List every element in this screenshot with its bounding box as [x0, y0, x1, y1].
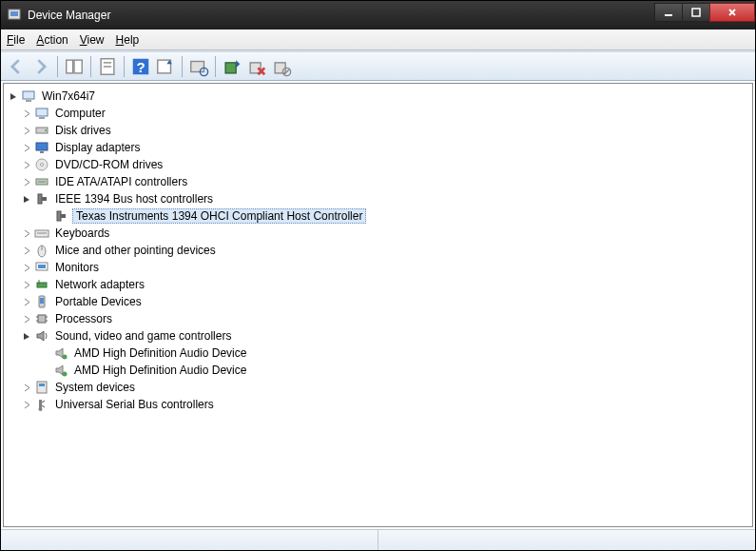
- svg-rect-53: [39, 384, 45, 386]
- device-manager-window: Device Manager File Action View Help ?: [0, 0, 756, 551]
- svg-rect-4: [67, 60, 73, 73]
- svg-rect-2: [665, 14, 672, 16]
- collapse-icon[interactable]: [21, 193, 32, 205]
- dvd-icon: [34, 157, 49, 172]
- svg-rect-25: [36, 143, 48, 150]
- collapse-icon[interactable]: [8, 90, 19, 102]
- expand-icon[interactable]: [21, 176, 32, 187]
- expand-icon[interactable]: [21, 108, 32, 119]
- tree-node[interactable]: Portable Devices: [4, 293, 752, 310]
- minimize-button[interactable]: [654, 3, 683, 22]
- menu-action[interactable]: Action: [36, 33, 68, 47]
- svg-point-28: [41, 164, 44, 167]
- menu-view[interactable]: View: [80, 33, 105, 47]
- tree-node[interactable]: Mice and other pointing devices: [4, 242, 752, 259]
- tree-leaf-label[interactable]: Texas Instruments 1394 OHCI Compliant Ho…: [72, 208, 366, 224]
- expand-icon[interactable]: [21, 142, 32, 153]
- statusbar: [1, 529, 755, 550]
- forward-button[interactable]: [29, 55, 52, 78]
- tree-node[interactable]: Universal Serial Bus controllers: [4, 396, 752, 413]
- expand-icon[interactable]: [21, 262, 32, 273]
- properties-button[interactable]: [96, 55, 119, 78]
- tree-leaf-label[interactable]: AMD High Definition Audio Device: [72, 346, 248, 360]
- tree-leaf[interactable]: AMD High Definition Audio Device: [4, 344, 752, 362]
- tree-node-label[interactable]: Monitors: [53, 261, 101, 274]
- collapse-icon[interactable]: [21, 330, 32, 342]
- tree-node-label[interactable]: Disk drives: [53, 124, 113, 137]
- tree-node[interactable]: Computer: [4, 105, 752, 122]
- tree-node-label[interactable]: Display adapters: [53, 141, 142, 154]
- tree-leaf-label[interactable]: AMD High Definition Audio Device: [72, 364, 248, 377]
- tree-node[interactable]: IEEE 1394 Bus host controllers: [4, 190, 752, 207]
- show-hide-tree-button[interactable]: [63, 55, 86, 78]
- svg-rect-1: [10, 11, 18, 16]
- expand-icon[interactable]: [21, 313, 32, 325]
- svg-rect-5: [74, 60, 82, 73]
- expand-icon[interactable]: [21, 382, 32, 393]
- expand-icon[interactable]: [21, 279, 32, 290]
- usb-icon: [34, 397, 49, 412]
- tree-node-label[interactable]: Keyboards: [53, 226, 111, 240]
- tree-node-label[interactable]: Portable Devices: [53, 295, 144, 308]
- tree-node[interactable]: Network adapters: [4, 276, 752, 293]
- display-icon: [34, 140, 49, 155]
- tree-node-label[interactable]: System devices: [53, 381, 137, 394]
- action-button[interactable]: [154, 55, 177, 78]
- app-icon: [7, 8, 22, 23]
- tree-node-label[interactable]: DVD/CD-ROM drives: [53, 158, 165, 171]
- tree-node[interactable]: System devices: [4, 379, 752, 396]
- toolbar: ?: [1, 52, 755, 81]
- tree-root[interactable]: Win7x64i7: [4, 88, 752, 105]
- tree-node-label[interactable]: Processors: [53, 312, 114, 325]
- tree-node[interactable]: Keyboards: [4, 225, 752, 242]
- tree-leaf[interactable]: AMD High Definition Audio Device: [4, 362, 752, 379]
- ieee-device-icon: [53, 208, 68, 224]
- expand-icon[interactable]: [21, 245, 32, 256]
- tree-node[interactable]: IDE ATA/ATAPI controllers: [4, 173, 752, 190]
- svg-rect-45: [38, 315, 46, 323]
- titlebar[interactable]: Device Manager: [1, 1, 755, 30]
- tree-node[interactable]: Disk drives: [4, 122, 752, 139]
- tree-node[interactable]: Monitors: [4, 259, 752, 276]
- update-driver-button[interactable]: [221, 55, 243, 78]
- menu-help[interactable]: Help: [116, 33, 140, 47]
- expand-icon[interactable]: [21, 399, 32, 410]
- tree-node[interactable]: Processors: [4, 310, 752, 327]
- expand-icon[interactable]: [21, 227, 32, 239]
- device-tree[interactable]: Win7x64i7 ComputerDisk drivesDisplay ada…: [3, 83, 753, 527]
- root-label[interactable]: Win7x64i7: [40, 89, 97, 103]
- tree-node-label[interactable]: IDE ATA/ATAPI controllers: [53, 175, 189, 188]
- svg-rect-40: [38, 265, 46, 268]
- computer-icon: [34, 106, 49, 121]
- expand-icon[interactable]: [21, 296, 32, 307]
- uninstall-button[interactable]: [245, 55, 268, 78]
- tree-node[interactable]: Sound, video and game controllers: [4, 327, 752, 344]
- tree-node-label[interactable]: Sound, video and game controllers: [53, 329, 233, 343]
- window-controls: [655, 3, 755, 22]
- tree-node-label[interactable]: Mice and other pointing devices: [53, 244, 218, 257]
- expand-icon[interactable]: [21, 159, 32, 170]
- tree-node-label[interactable]: IEEE 1394 Bus host controllers: [53, 192, 215, 206]
- svg-rect-31: [38, 194, 42, 204]
- svg-rect-21: [36, 108, 48, 116]
- tree-node-label[interactable]: Computer: [53, 107, 107, 120]
- tree-leaf[interactable]: Texas Instruments 1394 OHCI Compliant Ho…: [4, 207, 752, 225]
- close-button[interactable]: [709, 3, 755, 22]
- tree-node[interactable]: DVD/CD-ROM drives: [4, 156, 752, 173]
- svg-rect-20: [26, 100, 31, 102]
- tree-node-label[interactable]: Network adapters: [53, 278, 146, 291]
- tree-node-label[interactable]: Universal Serial Bus controllers: [53, 398, 216, 411]
- maximize-button[interactable]: [682, 3, 710, 22]
- svg-text:?: ?: [136, 58, 145, 74]
- svg-rect-3: [692, 9, 700, 16]
- back-button[interactable]: [5, 55, 28, 78]
- help-button[interactable]: ?: [129, 55, 152, 78]
- tree-node[interactable]: Display adapters: [4, 139, 752, 156]
- window-title: Device Manager: [28, 9, 655, 22]
- menu-file[interactable]: File: [7, 33, 25, 47]
- menubar: File Action View Help: [1, 30, 755, 50]
- scan-hardware-button[interactable]: [187, 55, 210, 78]
- svg-rect-12: [191, 61, 204, 71]
- disable-button[interactable]: [270, 55, 293, 78]
- expand-icon[interactable]: [21, 125, 32, 136]
